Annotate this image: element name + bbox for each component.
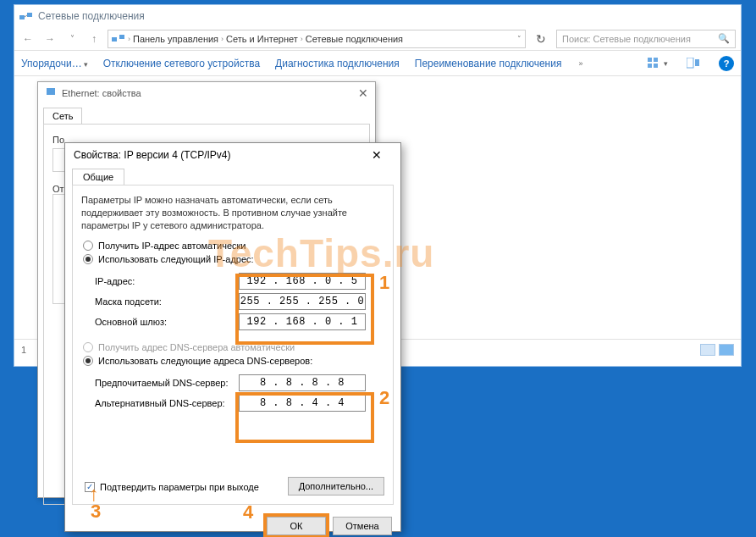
search-input[interactable]: Поиск: Сетевые подключения 🔍 — [556, 30, 736, 48]
svg-rect-0 — [19, 15, 25, 19]
network-connections-icon — [112, 32, 125, 46]
ok-button[interactable]: ОК — [267, 517, 326, 535]
address-bar: ← → ˅ ↑ › Панель управления › Сеть и Инт… — [14, 27, 741, 51]
help-icon[interactable]: ? — [719, 56, 734, 71]
preferred-dns-input[interactable]: 8 . 8 . 8 . 8 — [239, 374, 366, 391]
cancel-button[interactable]: Отмена — [333, 517, 392, 535]
ipv4-titlebar: Свойства: IP версии 4 (TCP/IPv4) ✕ — [65, 143, 400, 167]
validate-on-exit-checkbox[interactable]: ✓ Подтвердить параметры при выходе — [85, 482, 259, 492]
gateway-input[interactable]: 192 . 168 . 0 . 1 — [239, 313, 366, 330]
radio-use-ip[interactable]: Использовать следующий IP-адрес: — [83, 254, 384, 264]
close-icon[interactable]: ✕ — [358, 86, 368, 100]
refresh-icon[interactable]: ↻ — [531, 32, 551, 46]
gateway-label: Основной шлюз: — [95, 317, 239, 327]
radio-icon — [83, 342, 93, 352]
svg-rect-4 — [119, 35, 124, 39]
breadcrumb-item[interactable]: Сеть и Интернет — [226, 34, 298, 44]
checkbox-icon: ✓ — [85, 482, 95, 492]
ip-address-input[interactable]: 192 . 168 . 0 . 5 — [239, 273, 366, 290]
network-connections-icon — [19, 10, 33, 22]
alternate-dns-label: Альтернативный DNS-сервер: — [95, 398, 239, 408]
subnet-mask-label: Маска подсети: — [95, 296, 239, 307]
svg-rect-5 — [648, 58, 652, 62]
view-layout-icon[interactable]: ▾ — [648, 55, 668, 72]
svg-rect-3 — [112, 37, 117, 42]
view-preview-icon[interactable] — [683, 55, 704, 72]
view-details-icon[interactable] — [700, 344, 715, 356]
ipv4-dialog-title: Свойства: IP версии 4 (TCP/IPv4) — [74, 149, 231, 161]
close-icon[interactable]: ✕ — [361, 146, 392, 164]
dialog-buttons: ОК Отмена — [65, 512, 400, 537]
radio-icon — [83, 254, 93, 264]
cmd-rename[interactable]: Переименование подключения — [415, 58, 562, 69]
radio-icon — [83, 241, 93, 251]
radio-icon — [83, 356, 93, 366]
cmd-disable-device[interactable]: Отключение сетевого устройства — [103, 58, 260, 69]
ipv4-paragraph: Параметры IP можно назначать автоматичес… — [81, 194, 384, 232]
command-bar: Упорядочи…▾ Отключение сетевого устройст… — [14, 51, 741, 76]
breadcrumb[interactable]: › Панель управления › Сеть и Интернет › … — [108, 30, 526, 48]
radio-obtain-ip-auto[interactable]: Получить IP-адрес автоматически — [83, 241, 384, 251]
tab-network[interactable]: Сеть — [43, 108, 82, 124]
radio-use-dns[interactable]: Использовать следующие адреса DNS-сервер… — [83, 356, 384, 366]
nav-up-icon[interactable]: ↑ — [86, 30, 102, 47]
svg-rect-8 — [654, 64, 658, 68]
nav-recent-icon[interactable]: ˅ — [63, 30, 80, 47]
subnet-mask-input[interactable]: 255 . 255 . 255 . 0 — [239, 293, 366, 310]
search-icon: 🔍 — [718, 33, 730, 44]
nav-back-icon[interactable]: ← — [19, 30, 36, 47]
breadcrumb-item[interactable]: Сетевые подключения — [306, 34, 403, 44]
tab-general[interactable]: Общие — [72, 169, 124, 185]
ip-address-label: IP-адрес: — [95, 276, 239, 286]
radio-obtain-dns-auto: Получить адрес DNS-сервера автоматически — [83, 342, 384, 352]
svg-rect-6 — [654, 58, 658, 62]
preferred-dns-label: Предпочитаемый DNS-сервер: — [95, 378, 239, 388]
alternate-dns-input[interactable]: 8 . 8 . 4 . 4 — [239, 395, 366, 412]
breadcrumb-item[interactable]: Панель управления — [133, 34, 218, 44]
svg-rect-9 — [687, 58, 693, 68]
ipv4-panel: Параметры IP можно назначать автоматичес… — [72, 185, 394, 505]
svg-rect-10 — [695, 59, 699, 66]
svg-line-2 — [25, 15, 27, 17]
svg-rect-7 — [648, 64, 652, 68]
ipv4-properties-dialog: Свойства: IP версии 4 (TCP/IPv4) ✕ Общие… — [64, 142, 401, 532]
ethernet-icon — [45, 86, 57, 100]
cmd-organize[interactable]: Упорядочи…▾ — [21, 58, 88, 69]
cmd-diagnose[interactable]: Диагностика подключения — [275, 58, 400, 69]
advanced-button[interactable]: Дополнительно... — [288, 477, 384, 495]
nav-forward-icon[interactable]: → — [41, 30, 58, 47]
view-large-icon[interactable] — [719, 344, 734, 356]
search-placeholder: Поиск: Сетевые подключения — [562, 34, 691, 44]
status-item-count: 1 — [21, 345, 26, 355]
svg-rect-1 — [27, 13, 32, 17]
cmd-overflow-icon[interactable]: » — [578, 59, 582, 68]
ethernet-dialog-title: Ethernet: свойства — [62, 88, 141, 98]
svg-rect-11 — [47, 88, 55, 95]
explorer-titlebar: Сетевые подключения — [14, 5, 741, 27]
explorer-title: Сетевые подключения — [38, 10, 145, 22]
ethernet-dialog-titlebar: Ethernet: свойства ✕ — [38, 82, 375, 104]
